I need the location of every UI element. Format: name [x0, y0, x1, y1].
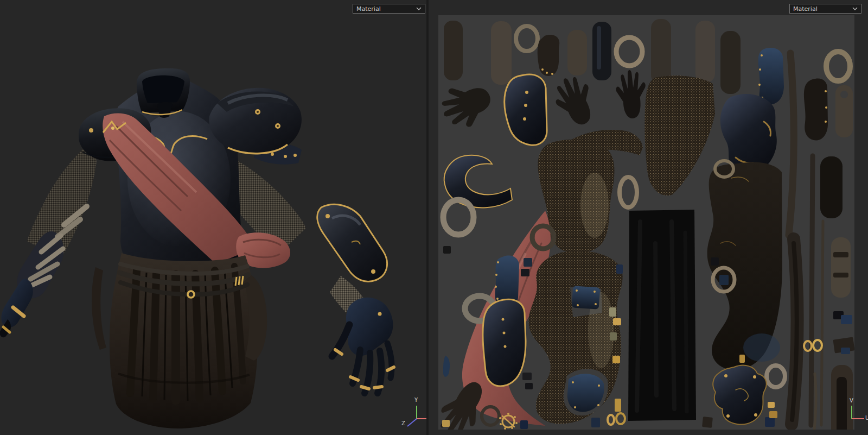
uv-island[interactable]: [644, 75, 715, 196]
uv-island[interactable]: [831, 237, 851, 298]
uv-island[interactable]: [615, 399, 621, 412]
uv-island[interactable]: [826, 52, 850, 81]
uv-island[interactable]: [520, 420, 528, 429]
uv-island[interactable]: [522, 373, 532, 380]
uv-island[interactable]: [811, 156, 813, 425]
armor-model-render[interactable]: [0, 0, 426, 435]
uv-island[interactable]: [813, 340, 822, 351]
uv-island[interactable]: [695, 21, 715, 83]
uv-island[interactable]: [672, 222, 674, 409]
right-material-dropdown[interactable]: Material: [789, 4, 861, 14]
uv-island[interactable]: [651, 19, 671, 84]
uv-island[interactable]: [438, 75, 498, 135]
right-vambrace: [317, 204, 387, 281]
uv-islands-layer: [438, 15, 854, 430]
uv-island[interactable]: [841, 348, 850, 354]
uv-island[interactable]: [719, 275, 729, 285]
uv-island[interactable]: [443, 200, 474, 235]
chevron-down-icon: [852, 7, 858, 11]
axis-label-u: U: [865, 415, 868, 421]
uv-island[interactable]: [743, 333, 780, 362]
uv-island[interactable]: [612, 356, 620, 363]
uv-island[interactable]: [841, 315, 852, 324]
uv-island[interactable]: [538, 35, 559, 76]
uv-island[interactable]: [765, 417, 775, 427]
uv-island[interactable]: [548, 71, 602, 131]
uv-island[interactable]: [616, 37, 642, 66]
uv-island[interactable]: [840, 91, 848, 98]
chevron-down-icon: [416, 7, 422, 11]
uv-island[interactable]: [814, 374, 816, 430]
uv-island[interactable]: [804, 78, 828, 140]
axis-gizmo-uv: V U: [833, 396, 868, 429]
uv-island[interactable]: [820, 156, 843, 218]
uv-island[interactable]: [442, 420, 450, 427]
uv-island[interactable]: [685, 232, 687, 412]
uv-island[interactable]: [713, 365, 767, 425]
right-gauntlet: [332, 298, 394, 393]
axis-label-z: Z: [401, 421, 405, 426]
uv-island[interactable]: [524, 258, 532, 267]
uv-island[interactable]: [833, 273, 848, 278]
uv-island[interactable]: [711, 257, 719, 266]
right-material-dropdown-value: Material: [793, 5, 818, 12]
uv-island[interactable]: [580, 173, 609, 238]
uv-canvas[interactable]: [438, 15, 854, 430]
uv-island[interactable]: [769, 411, 777, 418]
uv-island[interactable]: [567, 30, 587, 75]
left-gauntlet: [0, 279, 33, 337]
uv-island[interactable]: [591, 418, 600, 427]
uv-island[interactable]: [789, 53, 794, 235]
uv-island[interactable]: [483, 299, 526, 386]
uv-island[interactable]: [620, 177, 637, 207]
uv-island[interactable]: [702, 417, 713, 428]
uv-island[interactable]: [613, 318, 621, 325]
uv-island[interactable]: [610, 332, 617, 341]
uv-island[interactable]: [572, 286, 601, 309]
uv-island[interactable]: [516, 26, 538, 51]
uv-island[interactable]: [597, 26, 601, 70]
uv-island[interactable]: [821, 221, 823, 425]
uv-island[interactable]: [444, 21, 463, 80]
left-material-dropdown-value: Material: [356, 5, 381, 12]
uv-island[interactable]: [443, 246, 451, 254]
uv-island[interactable]: [833, 252, 848, 257]
uv-island[interactable]: [767, 365, 785, 387]
axis-label-y: Y: [414, 398, 418, 403]
uv-island[interactable]: [505, 74, 547, 145]
texturing-tool-window: Material Y X Z: [0, 0, 868, 435]
uv-island[interactable]: [739, 355, 745, 363]
left-material-dropdown[interactable]: Material: [353, 4, 425, 14]
uv-island[interactable]: [616, 264, 623, 274]
uv-island[interactable]: [616, 413, 625, 424]
uv-island[interactable]: [525, 383, 533, 389]
uv-island[interactable]: [608, 415, 614, 425]
uv-island[interactable]: [592, 22, 611, 80]
gorget-collar: [137, 68, 190, 118]
uv-island[interactable]: [443, 356, 450, 377]
axis-label-v: V: [850, 398, 853, 404]
uv-island[interactable]: [655, 243, 656, 395]
uv-island[interactable]: [521, 269, 529, 276]
viewport-3d-preview[interactable]: Material Y X Z: [0, 0, 426, 435]
uv-island[interactable]: [768, 402, 775, 408]
uv-island[interactable]: [615, 69, 648, 120]
uv-island[interactable]: [720, 31, 741, 94]
viewport-uv-editor[interactable]: Material V U: [429, 0, 868, 435]
uv-island[interactable]: [491, 21, 512, 85]
uv-island[interactable]: [609, 307, 616, 317]
